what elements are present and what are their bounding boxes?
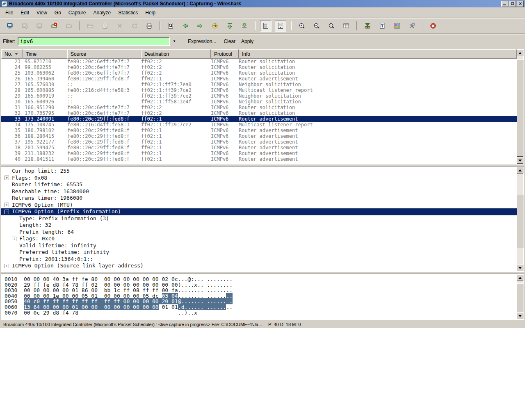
menu-capture[interactable]: Capture — [65, 8, 90, 17]
stop-capture-button[interactable] — [48, 20, 60, 32]
column-header-protocol[interactable]: Protocol — [211, 49, 239, 59]
list-interfaces-button[interactable] — [4, 20, 16, 32]
apply-button[interactable]: Apply — [239, 38, 256, 45]
resize-columns-button[interactable] — [340, 20, 352, 32]
column-header-source[interactable]: Source — [67, 49, 141, 59]
scroll-up-button[interactable] — [517, 167, 523, 173]
minimize-button[interactable] — [501, 1, 508, 7]
scroll-up-button[interactable] — [517, 274, 523, 281]
expand-icon[interactable]: + — [12, 237, 16, 241]
scroll-thumb[interactable] — [517, 195, 523, 248]
detail-row[interactable]: +ICMPv6 Option (MTU) — [1, 202, 517, 209]
zoom-out-button[interactable] — [311, 20, 322, 32]
table-row[interactable]: 28165.600885fe80::216:d4ff:fe58:3ff02::1… — [1, 87, 517, 93]
column-header-time[interactable]: Time — [23, 49, 67, 59]
zoom-in-button[interactable] — [296, 20, 308, 32]
table-row[interactable]: 26165.399460fe80::20c:29ff:fed8:fff02::1… — [1, 76, 517, 82]
expand-icon[interactable]: + — [5, 264, 9, 268]
hex-row[interactable]: 0030 00 00 00 00 00 01 86 00 bb 1c ff 08… — [5, 288, 517, 293]
go-to-bottom-button[interactable] — [239, 20, 250, 32]
colorize-button[interactable] — [260, 20, 272, 32]
help-button[interactable] — [427, 20, 439, 32]
table-row-selected[interactable]: 33173.240091fe80::20c:29ff:fed8:fff02::1… — [1, 116, 517, 122]
detail-row[interactable]: +Flags: 0xc0 — [1, 235, 517, 242]
table-row[interactable]: 2499.062255fe80::20c:6eff:fe7f:7ff02::2I… — [1, 64, 517, 70]
table-row[interactable]: 40218.841511fe80::20c:29ff:fed8:fff02::1… — [1, 156, 517, 162]
display-filters-button[interactable] — [377, 20, 388, 32]
go-forward-button[interactable] — [194, 20, 206, 32]
hex-row[interactable]: 0070 00 0c 29 d8 f4 78..)..x — [5, 310, 517, 316]
restore-button[interactable] — [509, 1, 516, 7]
detail-row[interactable]: Cur hop limit: 255 — [1, 168, 517, 175]
scroll-down-button[interactable] — [517, 313, 523, 319]
preferences-button[interactable] — [406, 20, 418, 32]
table-row[interactable]: 36188.280415fe80::20c:29ff:fed8:fff02::1… — [1, 133, 517, 139]
hex-scrollbar[interactable] — [517, 274, 523, 319]
clear-button[interactable]: Clear — [221, 38, 237, 45]
table-row[interactable]: 38203.599475fe80::20c:29ff:fed8:fff02::1… — [1, 145, 517, 151]
detail-row[interactable]: Prefix: 2001:1364:0:1:: — [1, 256, 517, 263]
details-scrollbar[interactable] — [517, 167, 523, 271]
capture-filters-button[interactable] — [362, 20, 373, 32]
table-row[interactable]: 2395.871710fe80::20c:6eff:fe7f:7ff02::2I… — [1, 59, 517, 64]
print-button[interactable] — [144, 20, 155, 32]
detail-row[interactable]: Preferred lifetime: infinity — [1, 249, 517, 256]
scroll-down-button[interactable] — [517, 157, 523, 164]
menu-view[interactable]: View — [33, 8, 51, 17]
zoom-100-button[interactable] — [326, 20, 337, 32]
table-row[interactable]: 25103.063062fe80::20c:6eff:fe7f:7ff02::2… — [1, 70, 517, 76]
hex-row[interactable]: 0040 00 00 00 1e 00 00 05 01 00 00 00 00… — [5, 293, 517, 299]
go-to-top-button[interactable] — [224, 20, 235, 32]
table-row[interactable]: 31166.951290fe80::20c:6eff:fe7f:7ff02::2… — [1, 105, 517, 110]
auto-scroll-button[interactable] — [275, 20, 286, 32]
column-header-destination[interactable]: Destination — [141, 49, 211, 59]
scroll-thumb[interactable] — [517, 283, 523, 312]
table-row[interactable]: 35180.798102fe80::20c:29ff:fed8:fff02::1… — [1, 128, 517, 133]
hex-row[interactable]: 0050 40 c0 ff ff ff ff ff ff ff ff 00 00… — [5, 299, 517, 304]
go-to-packet-button[interactable] — [209, 20, 221, 32]
filter-input[interactable] — [18, 37, 170, 46]
detail-row[interactable]: Reachable time: 16384000 — [1, 188, 517, 195]
menu-help[interactable]: Help — [142, 8, 159, 17]
menu-edit[interactable]: Edit — [17, 8, 33, 17]
go-back-button[interactable] — [180, 20, 191, 32]
detail-row[interactable]: Prefix length: 64 — [1, 229, 517, 236]
packet-list-scrollbar[interactable] — [517, 50, 523, 164]
detail-row[interactable]: Retrans timer: 1966080 — [1, 195, 517, 202]
detail-row-selected[interactable]: −ICMPv6 Option (Prefix information) — [1, 208, 517, 215]
close-button[interactable]: ✕ — [517, 1, 524, 7]
detail-row[interactable]: +ICMPv6 Option (Source link-layer addres… — [1, 262, 517, 269]
menu-statistics[interactable]: Statistics — [114, 8, 142, 17]
detail-row[interactable]: Router lifetime: 65535 — [1, 181, 517, 188]
column-header-no[interactable]: No. — [1, 49, 23, 59]
filter-dropdown-button[interactable]: ▼ — [171, 37, 178, 46]
table-row[interactable]: 34175.100745fe80::216:d4ff:fe58:3ff02::1… — [1, 122, 517, 128]
table-row[interactable]: 37195.922177fe80::20c:29ff:fed8:fff02::1… — [1, 139, 517, 145]
expand-icon[interactable]: + — [5, 176, 9, 180]
table-row[interactable]: 39211.188232fe80::20c:29ff:fed8:fff02::1… — [1, 151, 517, 156]
collapse-icon[interactable]: − — [5, 210, 9, 214]
table-row[interactable]: 29165.600919::ff02::1:ff39:7ce2ICMPv6Nei… — [1, 93, 517, 99]
table-row[interactable]: 30165.600926::ff02::1:ff58:3e4fICMPv6Nei… — [1, 99, 517, 105]
menu-analyze[interactable]: Analyze — [90, 8, 115, 17]
detail-row[interactable]: Length: 32 — [1, 222, 517, 229]
detail-row[interactable]: Type: Prefix information (3) — [1, 215, 517, 222]
title-bar[interactable]: Broadcom 440x 10/100 Integrated Controll… — [0, 0, 525, 7]
find-packet-button[interactable] — [165, 20, 176, 32]
expand-icon[interactable]: + — [5, 203, 9, 207]
scroll-up-button[interactable] — [517, 50, 523, 56]
menu-go[interactable]: Go — [51, 8, 65, 17]
detail-row[interactable]: +Flags: 0x08 — [1, 175, 517, 182]
scroll-thumb[interactable] — [517, 59, 523, 157]
hex-row[interactable]: 0010 00 00 00 40 3a ff fe 80 00 00 00 00… — [5, 276, 517, 282]
hex-row[interactable]: 0060 13 64 00 00 00 01 00 00 00 00 00 00… — [5, 304, 517, 310]
expression-button[interactable]: Expression... — [186, 38, 218, 45]
coloring-rules-button[interactable] — [391, 20, 403, 32]
menu-file[interactable]: File — [2, 8, 17, 17]
hex-row[interactable]: 0020 29 ff fe d8 f4 78 ff 02 00 00 00 00… — [5, 282, 517, 288]
column-header-info[interactable]: Info — [239, 49, 517, 59]
detail-row[interactable]: Valid lifetime: infinity — [1, 242, 517, 249]
table-row[interactable]: 32170.735795fe80::20c:6eff:fe7f:7ff02::2… — [1, 110, 517, 116]
table-row[interactable]: 27165.576030::ff02::1:ff7f:7ea0ICMPv6Nei… — [1, 82, 517, 87]
scroll-down-button[interactable] — [517, 265, 523, 271]
